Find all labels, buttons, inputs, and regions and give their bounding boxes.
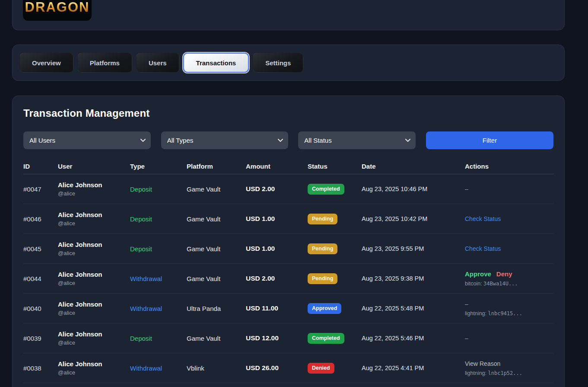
status-badge: Pending	[308, 273, 337, 284]
status-filter-wrap: All Status	[298, 131, 416, 149]
transaction-id: #0046	[23, 215, 58, 223]
user-cell: Alice Johnson @alice	[58, 181, 130, 197]
user-cell: Alice Johnson @alice	[58, 301, 130, 316]
column-header-status: Status	[308, 163, 362, 170]
actions-line: –	[465, 186, 553, 192]
tab-bar: Overview Platforms Users Transactions Se…	[13, 45, 564, 80]
tab-platforms[interactable]: Platforms	[77, 53, 132, 73]
tab-bar-card: Overview Platforms Users Transactions Se…	[12, 45, 565, 81]
amount-value: USD 1.00	[246, 215, 308, 223]
transaction-id: #0038	[23, 365, 58, 372]
status-cell: Completed	[308, 333, 362, 344]
actions-cell: –	[465, 186, 553, 192]
user-handle: @alice	[58, 310, 130, 316]
platform-name: Game Vault	[187, 275, 246, 282]
transaction-id: #0044	[23, 275, 58, 282]
crypto-address-line: lightning: lnbc1p52...	[465, 370, 553, 376]
column-header-platform: Platform	[187, 163, 246, 170]
crypto-address: lnbc9415...	[488, 310, 522, 317]
check-status-link[interactable]: Check Status	[465, 245, 501, 252]
status-cell: Pending	[308, 273, 362, 284]
view-reason-link[interactable]: View Reason	[465, 360, 500, 367]
status-badge: Approved	[308, 303, 341, 314]
type-filter-select[interactable]: All Types	[161, 131, 288, 149]
filter-toolbar: All Users All Types All Status Filter	[23, 131, 553, 149]
transaction-management-panel: Transaction Management All Users All Typ…	[12, 96, 565, 387]
user-name: Alice Johnson	[58, 271, 130, 278]
actions-line: Check Status	[465, 215, 553, 222]
transaction-date: Aug 23, 2025 10:42 PM	[362, 215, 465, 222]
tab-overview[interactable]: Overview	[19, 53, 73, 73]
actions-cell: Check Status	[465, 245, 553, 252]
crypto-address: 34Bwa14U...	[483, 281, 518, 287]
status-cell: Pending	[308, 214, 362, 224]
actions-line: –	[465, 335, 553, 342]
user-handle: @alice	[58, 190, 130, 197]
transaction-id: #0039	[23, 335, 58, 342]
approve-link[interactable]: Approve	[465, 270, 491, 278]
status-badge: Pending	[308, 214, 337, 224]
transactions-table: ID User Type Platform Amount Status Date…	[23, 158, 553, 383]
status-badge: Completed	[308, 333, 344, 344]
user-name: Alice Johnson	[58, 301, 130, 308]
user-handle: @alice	[58, 369, 130, 376]
no-action-dash: –	[465, 301, 468, 307]
user-cell: Alice Johnson @alice	[58, 241, 130, 256]
actions-cell: Check Status	[465, 215, 553, 222]
dragon-logo-text: DRAGON	[25, 0, 90, 14]
transaction-date: Aug 22, 2025 5:48 PM	[362, 305, 465, 312]
tab-users[interactable]: Users	[136, 53, 179, 73]
user-cell: Alice Johnson @alice	[58, 330, 130, 346]
transaction-type: Withdrawal	[130, 305, 187, 312]
transaction-date: Aug 22, 2025 5:46 PM	[362, 335, 465, 342]
crypto-address-line: lightning: lnbc9415...	[465, 310, 553, 317]
amount-value: USD 12.00	[246, 334, 308, 342]
amount-value: USD 2.00	[246, 275, 308, 282]
no-action-dash: –	[465, 186, 468, 192]
crypto-address-label: lightning:	[465, 370, 488, 376]
user-name: Alice Johnson	[58, 211, 130, 218]
platform-name: Vblink	[187, 365, 246, 372]
transaction-type: Withdrawal	[130, 365, 187, 372]
user-handle: @alice	[58, 339, 130, 346]
table-body: #0047 Alice Johnson @alice Deposit Game …	[23, 174, 553, 383]
crypto-address-label: lightning:	[465, 310, 488, 317]
user-name: Alice Johnson	[58, 181, 130, 189]
column-header-id: ID	[23, 163, 58, 170]
status-badge: Completed	[308, 184, 344, 195]
transaction-id: #0047	[23, 186, 58, 193]
actions-line: –	[465, 301, 553, 307]
table-row: #0044 Alice Johnson @alice Withdrawal Ga…	[23, 264, 553, 294]
amount-value: USD 2.00	[246, 185, 308, 193]
status-cell: Completed	[308, 184, 362, 195]
dragon-game-logo[interactable]: DRAGON	[23, 0, 92, 21]
user-cell: Alice Johnson @alice	[58, 271, 130, 286]
user-name: Alice Johnson	[58, 330, 130, 338]
column-header-date: Date	[362, 163, 465, 170]
platform-name: Ultra Panda	[187, 305, 246, 312]
status-badge: Denied	[308, 363, 334, 374]
user-handle: @alice	[58, 280, 130, 286]
platform-name: Game Vault	[187, 335, 246, 342]
tab-transactions[interactable]: Transactions	[183, 53, 249, 73]
check-status-link[interactable]: Check Status	[465, 215, 501, 222]
transaction-type: Deposit	[130, 245, 187, 253]
filter-button[interactable]: Filter	[426, 131, 553, 149]
user-handle: @alice	[58, 220, 130, 227]
status-cell: Approved	[308, 303, 362, 314]
amount-value: USD 26.00	[246, 364, 308, 372]
column-header-actions: Actions	[465, 163, 553, 170]
actions-line: ApproveDeny	[465, 270, 553, 278]
user-filter-select[interactable]: All Users	[23, 131, 151, 149]
deny-link[interactable]: Deny	[496, 270, 512, 278]
status-filter-select[interactable]: All Status	[298, 131, 416, 149]
no-action-dash: –	[465, 335, 468, 342]
platform-name: Game Vault	[187, 215, 246, 223]
tab-settings[interactable]: Settings	[253, 53, 303, 73]
transaction-date: Aug 22, 2025 4:41 PM	[362, 365, 465, 371]
transaction-id: #0045	[23, 245, 58, 253]
status-cell: Pending	[308, 243, 362, 254]
table-header-row: ID User Type Platform Amount Status Date…	[23, 158, 553, 174]
transaction-date: Aug 23, 2025 9:38 PM	[362, 275, 465, 282]
table-row: #0038 Alice Johnson @alice Withdrawal Vb…	[23, 353, 553, 383]
